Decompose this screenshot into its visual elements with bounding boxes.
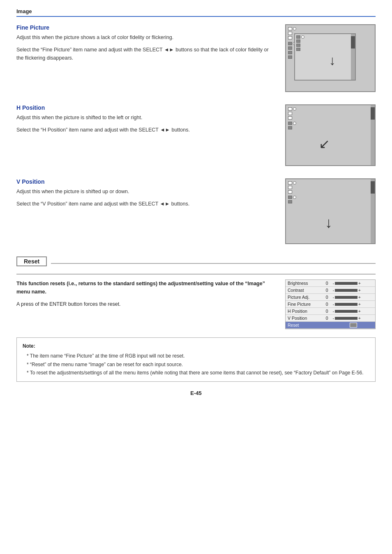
v-position-content: V Position Adjust this when the picture …	[16, 178, 285, 208]
menu-row-empty	[325, 322, 332, 329]
fine-picture-desc1: Adjust this when the picture shows a lac…	[16, 33, 277, 42]
reset-header: Reset	[16, 256, 376, 270]
v-position-title: V Position	[16, 178, 277, 185]
note-box: Note: The item name “Fine Picture” at th…	[16, 337, 376, 382]
menu-row-bar: -+	[332, 308, 375, 315]
menu-row-label: V Position	[286, 315, 325, 322]
reset-content: This function resets (i.e., returns to t…	[16, 279, 285, 308]
fine-picture-screen: ↓	[285, 24, 376, 92]
screen-icons-3	[288, 181, 296, 203]
h-position-image: ↙	[285, 104, 376, 166]
reset-wrapper: Reset This function resets (i.e., return…	[16, 256, 376, 329]
arrow-down-icon: ↓	[329, 53, 336, 68]
v-position-desc1: Adjust this when the picture is shifted …	[16, 187, 277, 196]
h-position-section: H Position Adjust this when the picture …	[16, 104, 376, 166]
menu-items-table: Brightness0-+Contrast0-+Picture Adj.0-+F…	[286, 280, 375, 329]
v-position-desc2: Select the “V Position” item name and ad…	[16, 200, 277, 208]
h-position-desc2: Select the “H Position” item name and ad…	[16, 126, 277, 134]
h-position-desc1: Adjust this when the picture is shifted …	[16, 113, 277, 122]
reset-divider	[51, 263, 376, 264]
arrow-down-v-icon: ↓	[325, 214, 332, 231]
menu-row-label: H Position	[286, 308, 325, 315]
menu-row-value: 0	[325, 287, 332, 294]
arrow-left-icon: ↙	[319, 136, 330, 152]
reset-label: Reset	[16, 256, 47, 266]
note-item: The item name “Fine Picture” at the time…	[23, 352, 369, 360]
page-title: Image	[16, 8, 32, 14]
screen-icons-2	[288, 107, 296, 129]
menu-row-label: Picture Adj.	[286, 294, 325, 301]
fine-picture-inner-screen	[294, 33, 356, 81]
menu-row-value: 0	[325, 315, 332, 322]
reset-menu-table: Brightness0-+Contrast0-+Picture Adj.0-+F…	[285, 279, 376, 329]
menu-row-value: 0	[325, 308, 332, 315]
page-number: E-45	[16, 390, 376, 396]
menu-row-value: 0	[325, 280, 332, 287]
fine-picture-content: Fine Picture Adjust this when the pictur…	[16, 24, 285, 62]
h-position-screen: ↙	[285, 104, 376, 166]
menu-row-label: Brightness	[286, 280, 325, 287]
menu-row-bar: -+	[332, 280, 375, 287]
menu-row-bar: -+	[332, 287, 375, 294]
menu-row-label: Contrast	[286, 287, 325, 294]
menu-row-bar: -+	[332, 301, 375, 308]
fine-picture-desc2: Select the “Fine Picture” item name and …	[16, 46, 277, 62]
reset-menu-image: Brightness0-+Contrast0-+Picture Adj.0-+F…	[285, 279, 376, 329]
menu-row-label: Fine Picture	[286, 301, 325, 308]
page-header: Image	[16, 8, 376, 17]
scrollbar-2	[371, 105, 375, 165]
h-position-content: H Position Adjust this when the picture …	[16, 104, 285, 134]
reset-desc: A press of the ENTER button forces the r…	[16, 300, 277, 308]
v-position-section: V Position Adjust this when the picture …	[16, 178, 376, 244]
note-title: Note:	[23, 342, 369, 350]
note-item: “Reset” of the menu name “Image” can be …	[23, 360, 369, 369]
scrollbar-3	[371, 179, 375, 243]
scrollbar	[351, 34, 355, 80]
v-position-screen: ↓	[285, 178, 376, 244]
v-position-image: ↓	[285, 178, 376, 244]
menu-row-bar: -+	[332, 294, 375, 301]
menu-row-value: 0	[325, 301, 332, 308]
note-item: To reset the adjustments/settings of all…	[23, 369, 369, 377]
fine-picture-image: ↓	[285, 24, 376, 92]
menu-row-value: 0	[325, 294, 332, 301]
menu-row-bar	[332, 322, 375, 329]
reset-section: This function resets (i.e., returns to t…	[16, 274, 376, 329]
menu-row-label: Reset	[286, 322, 325, 329]
fine-picture-title: Fine Picture	[16, 24, 277, 31]
h-position-title: H Position	[16, 104, 277, 111]
fine-picture-section: Fine Picture Adjust this when the pictur…	[16, 24, 376, 92]
reset-bold-desc: This function resets (i.e., returns to t…	[16, 279, 277, 296]
menu-row-bar: -+	[332, 315, 375, 322]
note-items: The item name “Fine Picture” at the time…	[23, 352, 369, 377]
